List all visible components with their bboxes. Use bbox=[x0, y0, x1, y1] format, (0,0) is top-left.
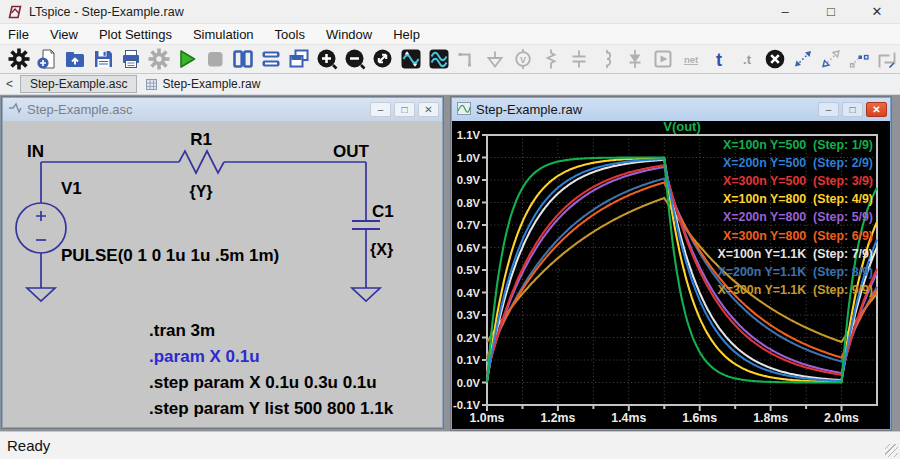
schematic-window-titlebar[interactable]: Step-Example.asc – □ ✕ bbox=[3, 98, 442, 121]
schematic-minimize-button[interactable]: – bbox=[370, 102, 391, 117]
tile-horizontal-icon[interactable] bbox=[260, 48, 282, 70]
waveform-window: Step-Example.raw – □ ✕ 1.1V1.0V0.9V0.8V0… bbox=[451, 97, 891, 430]
waveform-restore-button[interactable]: □ bbox=[842, 102, 863, 117]
resize-grip[interactable] bbox=[885, 444, 898, 457]
legend-step-1[interactable]: X=100n Y=500 (Step: 1/9) bbox=[723, 138, 873, 152]
legend-step-3[interactable]: X=300n Y=500 (Step: 3/9) bbox=[723, 174, 873, 188]
zoom-region-icon bbox=[876, 48, 898, 70]
refdes-v1: V1 bbox=[61, 179, 82, 198]
ltspice-window: LTspice - Step-Example.raw – □ ✕ File Vi… bbox=[0, 0, 900, 459]
x-axis-tick-label: 1.8ms bbox=[753, 411, 788, 425]
save-icon[interactable] bbox=[92, 48, 114, 70]
plot-settings-icon[interactable] bbox=[428, 48, 450, 70]
refdes-c1: C1 bbox=[372, 202, 394, 221]
directive-param-x: .param X 0.1u bbox=[149, 347, 260, 366]
autorange-y-icon[interactable] bbox=[400, 48, 422, 70]
tab-label: Step-Example.raw bbox=[162, 77, 260, 91]
value-v1-pulse: PULSE(0 1 0 1u 1u .5m 1m) bbox=[61, 246, 279, 265]
settings-icon[interactable] bbox=[8, 48, 30, 70]
open-file-icon[interactable] bbox=[64, 48, 86, 70]
menu-view[interactable]: View bbox=[50, 27, 78, 42]
menu-window[interactable]: Window bbox=[326, 27, 372, 42]
voltage-source-symbol bbox=[16, 203, 66, 253]
wire-icon bbox=[456, 48, 478, 70]
menu-simulation[interactable]: Simulation bbox=[193, 27, 254, 42]
y-axis-tick-label: 0.9V bbox=[457, 174, 481, 186]
cascade-windows-icon[interactable] bbox=[288, 48, 310, 70]
waveform-plot[interactable]: 1.1V1.0V0.9V0.8V0.7V0.6V0.5V0.4V0.3V0.2V… bbox=[452, 121, 890, 429]
print-icon[interactable] bbox=[120, 48, 142, 70]
svg-text:t: t bbox=[716, 50, 722, 70]
schematic-close-button[interactable]: ✕ bbox=[418, 102, 439, 117]
x-axis-tick-label: 1.4ms bbox=[611, 411, 646, 425]
schematic-window-title: Step-Example.asc bbox=[27, 102, 133, 117]
schematic-canvas[interactable]: IN R1 OUT {Y} V1 PULSE(0 1 0 1u 1u .5m 1… bbox=[3, 121, 442, 427]
zoom-full-extents-icon[interactable] bbox=[372, 48, 394, 70]
legend-step-7[interactable]: X=100n Y=1.1K (Step: 7/9) bbox=[718, 247, 873, 261]
y-axis-tick-label: 0.0V bbox=[457, 377, 481, 389]
close-button[interactable]: ✕ bbox=[854, 0, 900, 24]
label-net-icon: V bbox=[512, 48, 534, 70]
maximize-button[interactable]: □ bbox=[808, 0, 854, 24]
menu-tools[interactable]: Tools bbox=[275, 27, 305, 42]
x-axis-tick-label: 1.2ms bbox=[540, 411, 575, 425]
menu-help[interactable]: Help bbox=[393, 27, 420, 42]
legend-step-4[interactable]: X=100n Y=800 (Step: 4/9) bbox=[723, 192, 873, 206]
waveform-minimize-button[interactable]: – bbox=[818, 102, 839, 117]
directive-step-x: .step param X 0.1u 0.3u 0.1u bbox=[149, 373, 377, 392]
diode-icon bbox=[624, 48, 646, 70]
waveform-file-icon bbox=[457, 101, 471, 119]
tab-step-example-asc[interactable]: Step-Example.asc bbox=[20, 75, 137, 93]
resistor-symbol bbox=[179, 151, 224, 173]
delete-icon[interactable] bbox=[764, 48, 786, 70]
waveform-file-icon bbox=[146, 79, 157, 90]
component-icon bbox=[652, 48, 674, 70]
directive-tran: .tran 3m bbox=[149, 321, 215, 340]
y-axis-tick-label: 0.2V bbox=[457, 332, 481, 344]
new-schematic-icon[interactable] bbox=[36, 48, 58, 70]
svg-text:net: net bbox=[684, 54, 699, 65]
waveform-window-titlebar[interactable]: Step-Example.raw – □ ✕ bbox=[452, 98, 890, 121]
y-axis-tick-label: 0.1V bbox=[457, 354, 481, 366]
tab-step-example-raw[interactable]: Step-Example.raw bbox=[137, 75, 269, 93]
y-axis-tick-label: 0.3V bbox=[457, 309, 481, 321]
tab-scroll-left-icon[interactable]: < bbox=[6, 77, 13, 91]
menu-file[interactable]: File bbox=[8, 27, 29, 42]
text-icon[interactable]: t bbox=[708, 48, 730, 70]
zoom-out-icon[interactable] bbox=[344, 48, 366, 70]
net-name-icon: net bbox=[680, 48, 702, 70]
plot-title[interactable]: V(out) bbox=[663, 121, 701, 134]
schematic-window: Step-Example.asc – □ ✕ bbox=[2, 97, 443, 428]
y-axis-tick-label: 0.8V bbox=[457, 197, 481, 209]
run-icon[interactable] bbox=[176, 48, 198, 70]
menu-bar: File View Plot Settings Simulation Tools… bbox=[0, 24, 900, 45]
legend-step-6[interactable]: X=300n Y=800 (Step: 6/9) bbox=[723, 229, 873, 243]
tile-vertical-icon[interactable] bbox=[232, 48, 254, 70]
resistor-icon bbox=[540, 48, 562, 70]
status-bar: Ready bbox=[0, 431, 900, 459]
legend-step-2[interactable]: X=200n Y=500 (Step: 2/9) bbox=[723, 156, 873, 170]
spice-directive-icon: .t bbox=[736, 48, 758, 70]
zoom-in-icon[interactable] bbox=[316, 48, 338, 70]
legend-step-5[interactable]: X=200n Y=800 (Step: 5/9) bbox=[723, 210, 873, 224]
svg-text:.t: .t bbox=[743, 52, 752, 67]
directive-step-y: .step param Y list 500 800 1.1k bbox=[149, 399, 394, 418]
x-axis-tick-label: 1.6ms bbox=[682, 411, 717, 425]
y-axis-tick-label: 1.1V bbox=[457, 129, 481, 141]
ground-icon bbox=[484, 48, 506, 70]
schematic-restore-button[interactable]: □ bbox=[394, 102, 415, 117]
window-title: LTspice - Step-Example.raw bbox=[29, 5, 184, 19]
legend-step-9[interactable]: X=300n Y=1.1K (Step: 9/9) bbox=[718, 283, 873, 297]
mdi-area: Step-Example.asc – □ ✕ bbox=[0, 95, 900, 431]
legend-step-8[interactable]: X=200n Y=1.1K (Step: 8/9) bbox=[718, 265, 873, 279]
x-axis-tick-label: 1.0ms bbox=[470, 411, 505, 425]
control-panel-icon bbox=[148, 48, 170, 70]
menu-plot-settings[interactable]: Plot Settings bbox=[99, 27, 172, 42]
y-axis-tick-label: 0.4V bbox=[457, 287, 481, 299]
y-axis-tick-label: -0.1V bbox=[453, 399, 480, 411]
waveform-close-button[interactable]: ✕ bbox=[866, 102, 887, 117]
svg-text:V: V bbox=[520, 55, 526, 65]
copy-icon[interactable] bbox=[792, 48, 814, 70]
y-axis-tick-label: 1.0V bbox=[457, 152, 481, 164]
minimize-button[interactable]: – bbox=[762, 0, 808, 24]
